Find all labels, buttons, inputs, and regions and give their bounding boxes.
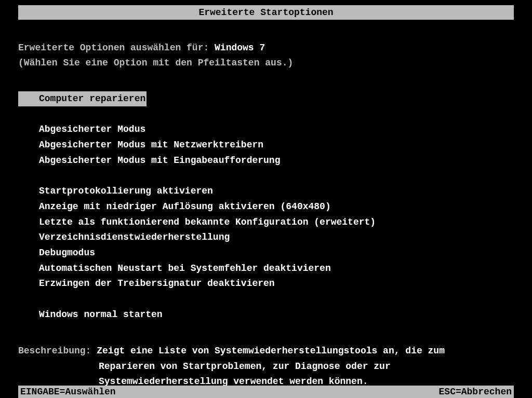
menu-item-directory-restore[interactable]: Verzeichnisdienstwiederherstellung: [39, 230, 514, 245]
prompt-prefix: Erweiterte Optionen auswählen für:: [18, 43, 215, 53]
menu-item-last-known-good[interactable]: Letzte als funktionierend bekannte Konfi…: [39, 215, 514, 230]
menu-item-disable-auto-restart[interactable]: Automatischen Neustart bei Systemfehler …: [39, 261, 514, 277]
prompt-line: Erweiterte Optionen auswählen für: Windo…: [18, 40, 514, 56]
content-area: Erweiterte Optionen auswählen für: Windo…: [0, 20, 532, 390]
menu-item-safe-mode-network[interactable]: Abgesicherter Modus mit Netzwerktreibern: [39, 138, 514, 153]
menu-item-start-normal[interactable]: Windows normal starten: [39, 307, 514, 323]
menu-item-debug-mode[interactable]: Debugmodus: [39, 245, 514, 261]
instruction-line: (Wählen Sie eine Option mit den Pfeiltas…: [18, 56, 514, 71]
menu-item-disable-driver-sig[interactable]: Erzwingen der Treibersignatur deaktivier…: [39, 276, 514, 292]
os-name: Windows 7: [215, 43, 265, 53]
description-label: Beschreibung:: [18, 346, 97, 356]
description-line-1: Zeigt eine Liste von Systemwiederherstel…: [97, 346, 445, 356]
page-title: Erweiterte Startoptionen: [18, 5, 514, 20]
menu-item-safe-mode-cmd[interactable]: Abgesicherter Modus mit Eingabeaufforder…: [39, 153, 514, 169]
footer-esc-hint: ESC=Abbrechen: [439, 387, 512, 397]
menu-group-4: Windows normal starten: [18, 307, 514, 323]
footer-bar: EINGABE=Auswählen ESC=Abbrechen: [18, 386, 514, 398]
footer-enter-hint: EINGABE=Auswählen: [20, 387, 116, 397]
boot-menu-screen: Erweiterte Startoptionen Erweiterte Opti…: [0, 5, 532, 398]
menu-item-boot-logging[interactable]: Startprotokollierung aktivieren: [39, 184, 514, 199]
menu-group-2: Abgesicherter Modus Abgesicherter Modus …: [18, 122, 514, 168]
menu-item-low-res[interactable]: Anzeige mit niedriger Auflösung aktivier…: [39, 199, 514, 215]
menu-item-repair[interactable]: Computer reparieren: [18, 91, 147, 107]
menu-group-1: Computer reparieren: [18, 91, 514, 107]
menu-item-safe-mode[interactable]: Abgesicherter Modus: [39, 122, 514, 138]
description-line-2: Reparieren von Startproblemen, zur Diagn…: [18, 359, 514, 375]
menu-group-3: Startprotokollierung aktivieren Anzeige …: [18, 184, 514, 292]
description-block: Beschreibung: Zeigt eine Liste von Syste…: [18, 344, 514, 390]
